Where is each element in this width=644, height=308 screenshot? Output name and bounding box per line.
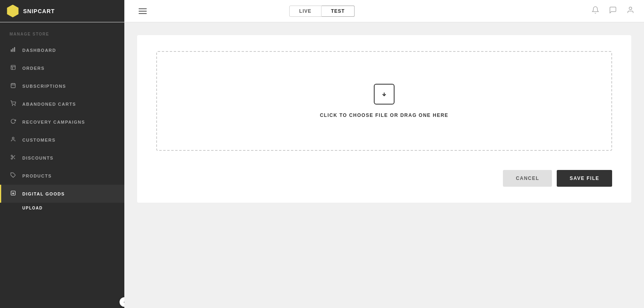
chat-icon[interactable] bbox=[609, 6, 617, 16]
sidebar-item-products[interactable]: PRODUCTS bbox=[0, 167, 124, 185]
products-label: PRODUCTS bbox=[22, 174, 52, 178]
topbar: SNIPCART LIVE TEST bbox=[0, 0, 644, 22]
svg-rect-1 bbox=[11, 49, 12, 52]
mode-toggle: LIVE TEST bbox=[289, 6, 355, 17]
test-button[interactable]: TEST bbox=[322, 6, 355, 17]
customers-label: CUSTOMERS bbox=[22, 138, 56, 142]
tag-icon bbox=[10, 172, 17, 179]
recovery-label: RECOVERY CAMPAIGNS bbox=[22, 120, 85, 124]
topbar-brand: SNIPCART bbox=[0, 0, 124, 22]
download-arrow-icon bbox=[379, 89, 389, 99]
download-icon bbox=[10, 190, 17, 197]
upload-label: UPLOAD bbox=[22, 206, 43, 210]
svg-rect-2 bbox=[12, 48, 13, 52]
sidebar-item-abandoned-carts[interactable]: ABANDONED CARTS bbox=[0, 95, 124, 113]
sidebar-section-label: MANAGE STORE bbox=[0, 22, 124, 41]
subscriptions-icon bbox=[10, 83, 17, 89]
live-button[interactable]: LIVE bbox=[289, 6, 322, 17]
person-icon bbox=[10, 136, 17, 143]
svg-line-17 bbox=[14, 158, 15, 159]
dropzone-icon bbox=[374, 84, 395, 105]
svg-point-12 bbox=[15, 105, 15, 106]
main-layout: MANAGE STORE DASHBOARD ORDERS SUBSCRIPTI… bbox=[0, 22, 644, 308]
menu-toggle[interactable] bbox=[132, 5, 153, 17]
upload-card: CLICK TO CHOOSE FILE OR DRAG ONE HERE CA… bbox=[137, 35, 631, 203]
abandoned-carts-label: ABANDONED CARTS bbox=[22, 102, 76, 107]
subscriptions-label: SUBSCRIPTIONS bbox=[22, 84, 66, 89]
sidebar-item-customers[interactable]: CUSTOMERS bbox=[0, 131, 124, 149]
sidebar: MANAGE STORE DASHBOARD ORDERS SUBSCRIPTI… bbox=[0, 22, 124, 308]
svg-point-11 bbox=[12, 105, 13, 106]
scissors-icon bbox=[10, 154, 17, 161]
sidebar-item-discounts[interactable]: DISCOUNTS bbox=[0, 149, 124, 167]
svg-point-0 bbox=[629, 7, 632, 10]
cart-icon bbox=[10, 101, 17, 107]
dropzone-text: CLICK TO CHOOSE FILE OR DRAG ONE HERE bbox=[320, 113, 449, 118]
topbar-actions bbox=[591, 6, 644, 16]
discounts-label: DISCOUNTS bbox=[22, 156, 53, 160]
main-content: CLICK TO CHOOSE FILE OR DRAG ONE HERE CA… bbox=[124, 22, 644, 308]
sidebar-item-orders[interactable]: ORDERS bbox=[0, 59, 124, 77]
dashboard-label: DASHBOARD bbox=[22, 48, 56, 53]
collapse-button[interactable]: ‹ bbox=[120, 297, 124, 307]
notifications-icon[interactable] bbox=[591, 6, 599, 16]
cancel-button[interactable]: CANCEL bbox=[503, 170, 552, 187]
sidebar-sub-item-upload[interactable]: UPLOAD bbox=[0, 203, 124, 213]
svg-point-13 bbox=[12, 137, 14, 139]
svg-line-18 bbox=[12, 156, 13, 157]
dropzone[interactable]: CLICK TO CHOOSE FILE OR DRAG ONE HERE bbox=[156, 51, 612, 151]
button-row: CANCEL SAVE FILE bbox=[156, 170, 612, 187]
svg-point-14 bbox=[11, 155, 13, 157]
bar-chart-icon bbox=[10, 47, 17, 53]
svg-rect-7 bbox=[11, 83, 16, 88]
sidebar-item-dashboard[interactable]: DASHBOARD bbox=[0, 41, 124, 59]
orders-label: ORDERS bbox=[22, 66, 45, 71]
logo-text: SNIPCART bbox=[23, 8, 55, 14]
user-icon[interactable] bbox=[626, 6, 634, 16]
digital-goods-label: DIGITAL GOODS bbox=[22, 192, 65, 196]
sidebar-item-digital-goods[interactable]: DIGITAL GOODS bbox=[0, 185, 124, 203]
save-file-button[interactable]: SAVE FILE bbox=[557, 170, 612, 187]
sidebar-item-recovery[interactable]: RECOVERY CAMPAIGNS bbox=[0, 113, 124, 131]
svg-point-15 bbox=[11, 158, 13, 160]
refresh-icon bbox=[10, 118, 17, 125]
orders-icon bbox=[10, 65, 17, 71]
logo-icon bbox=[6, 5, 19, 18]
sidebar-collapse-area: ‹ bbox=[0, 296, 124, 308]
sidebar-item-subscriptions[interactable]: SUBSCRIPTIONS bbox=[0, 77, 124, 95]
svg-rect-3 bbox=[14, 47, 15, 52]
svg-rect-4 bbox=[11, 65, 16, 70]
